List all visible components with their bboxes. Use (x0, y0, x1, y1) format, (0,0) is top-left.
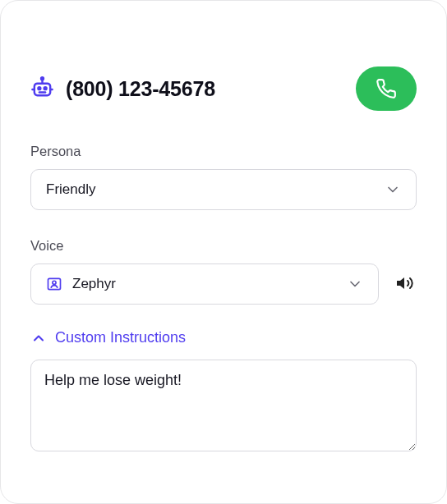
title-group: (800) 123-45678 (30, 76, 215, 103)
call-button[interactable] (356, 66, 417, 111)
voice-value: Zephyr (72, 276, 347, 292)
svg-marker-10 (397, 277, 404, 289)
chevron-down-icon (347, 276, 363, 292)
chevron-up-icon (30, 330, 47, 346)
custom-instructions-textarea[interactable] (30, 360, 417, 451)
phone-icon (376, 78, 397, 99)
svg-point-5 (38, 87, 40, 89)
persona-label: Persona (30, 144, 417, 159)
voice-field: Voice Zephyr (30, 238, 417, 305)
voice-row: Zephyr (30, 263, 417, 305)
voice-label: Voice (30, 238, 417, 254)
persona-field: Persona Friendly (30, 144, 417, 210)
svg-point-6 (44, 87, 47, 89)
custom-instructions-toggle[interactable]: Custom Instructions (30, 329, 417, 346)
svg-point-2 (41, 77, 44, 80)
header-row: (800) 123-45678 (30, 30, 417, 134)
speaker-icon (395, 273, 415, 296)
svg-rect-0 (35, 83, 50, 95)
persona-value: Friendly (46, 181, 385, 198)
person-card-icon (46, 276, 62, 292)
chevron-down-icon (385, 181, 401, 198)
voice-select[interactable]: Zephyr (30, 263, 379, 305)
card: (800) 123-45678 Persona Friendly Voice (0, 0, 447, 504)
svg-point-9 (53, 281, 56, 284)
page-title: (800) 123-45678 (66, 77, 215, 101)
persona-select[interactable]: Friendly (30, 169, 417, 210)
custom-instructions-label: Custom Instructions (55, 329, 186, 346)
robot-icon (30, 76, 54, 103)
play-voice-button[interactable] (394, 273, 417, 296)
